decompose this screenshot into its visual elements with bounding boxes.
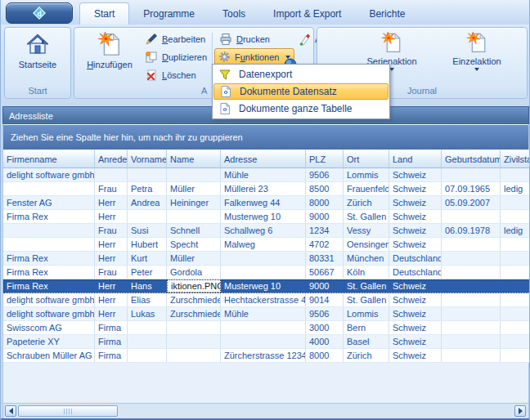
table-row[interactable]: delight software gmbhHerrEliasZurschmied… <box>3 293 530 307</box>
table-cell[interactable] <box>442 266 501 279</box>
table-cell[interactable] <box>167 210 221 223</box>
menu-item-dokumente-ganze-tabelle[interactable]: Dokumente ganze Tabelle <box>213 100 389 118</box>
drucken-button[interactable]: Drucken <box>216 31 273 47</box>
table-cell[interactable] <box>501 252 530 265</box>
table-cell[interactable]: 9000 <box>306 210 344 223</box>
einzelaktion-button[interactable]: Einzelaktion <box>442 30 512 71</box>
table-row[interactable]: HerrHubertSpechtMalweg4702OensingenSchwe… <box>3 238 530 252</box>
table-cell[interactable]: St. Gallen <box>344 279 389 293</box>
table-cell[interactable]: Bern <box>344 321 389 334</box>
column-header-firmenname[interactable]: Firmenname <box>3 150 95 168</box>
table-cell[interactable]: iktionen.PNG <box>167 279 221 293</box>
table-cell[interactable] <box>221 335 306 348</box>
table-cell[interactable]: 1234 <box>306 224 344 237</box>
table-cell[interactable]: Schweiz <box>389 279 442 293</box>
table-cell[interactable]: Gordola <box>167 266 221 279</box>
duplizieren-button[interactable]: Duplizieren <box>141 49 210 65</box>
table-cell[interactable] <box>442 307 501 320</box>
table-cell[interactable]: Specht <box>167 238 221 251</box>
table-cell[interactable] <box>501 335 530 348</box>
table-cell[interactable]: Firma Rex <box>3 252 95 265</box>
table-cell[interactable]: ledig <box>501 224 530 237</box>
table-row[interactable]: Firma RexHerrHansiktionen.PNGMusterweg 1… <box>3 279 530 293</box>
table-cell[interactable] <box>501 266 530 279</box>
table-row[interactable]: FrauPetraMüllerMüllerei 238500Frauenfeld… <box>3 182 530 196</box>
table-cell[interactable]: Schweiz <box>389 182 442 195</box>
table-cell[interactable]: Swisscom AG <box>3 321 95 334</box>
table-cell[interactable]: 07.09.1965 <box>442 182 501 195</box>
table-cell[interactable]: 8000 <box>306 349 344 362</box>
table-cell[interactable] <box>128 321 167 334</box>
table-row[interactable]: Fenster AGHerrAndreaHeiningerFalkenweg 4… <box>3 196 530 210</box>
funktionen-button[interactable]: Funktionen <box>214 48 294 65</box>
table-cell[interactable]: St. Gallen <box>344 210 389 223</box>
application-menu-button[interactable]: d <box>6 2 73 24</box>
table-cell[interactable] <box>501 196 530 209</box>
table-cell[interactable]: Malweg <box>221 238 306 251</box>
table-cell[interactable]: 4702 <box>306 238 344 251</box>
table-cell[interactable]: Schweiz <box>389 210 442 223</box>
table-cell[interactable] <box>501 293 530 306</box>
table-cell[interactable]: 8000 <box>306 196 344 209</box>
table-cell[interactable]: Schweiz <box>389 293 442 306</box>
table-cell[interactable]: Schweiz <box>389 307 442 320</box>
table-cell[interactable]: Lommis <box>344 307 389 320</box>
table-cell[interactable] <box>442 238 501 251</box>
table-cell[interactable] <box>167 168 221 181</box>
table-cell[interactable]: Firma <box>95 349 128 362</box>
table-cell[interactable]: Oensingen <box>344 238 389 251</box>
table-cell[interactable]: 80331 <box>306 252 344 265</box>
menu-item-datenexport[interactable]: Datenexport <box>213 65 389 83</box>
table-cell[interactable]: Hans <box>128 279 167 293</box>
tab-tools[interactable]: Tools <box>209 4 259 25</box>
table-cell[interactable]: Firma Rex <box>3 279 95 293</box>
table-cell[interactable] <box>442 321 501 334</box>
table-row[interactable]: Firma RexHerrKurtMüller80331MünchenDeuts… <box>3 252 530 266</box>
table-cell[interactable]: 06.09.1978 <box>442 224 501 237</box>
table-cell[interactable]: Schweiz <box>389 196 442 209</box>
table-cell[interactable]: Frau <box>95 266 128 279</box>
table-cell[interactable]: Lommis <box>344 168 389 181</box>
column-header-zivilsta[interactable]: Zivilsta <box>501 150 530 168</box>
table-cell[interactable] <box>128 349 167 362</box>
table-cell[interactable]: delight software gmbh <box>3 293 95 306</box>
table-cell[interactable] <box>3 182 95 195</box>
table-cell[interactable]: Hubert <box>128 238 167 251</box>
table-cell[interactable]: Herr <box>95 238 128 251</box>
table-cell[interactable]: Frau <box>95 182 128 195</box>
table-cell[interactable]: Fenster AG <box>3 196 95 209</box>
table-cell[interactable]: Susi <box>128 224 167 237</box>
tab-berichte[interactable]: Berichte <box>355 4 419 25</box>
horizontal-scrollbar[interactable] <box>3 403 528 418</box>
column-header-geburtsdatum[interactable]: Geburtsdatum <box>442 150 501 168</box>
table-cell[interactable]: Schweiz <box>389 224 442 237</box>
table-cell[interactable]: Frau <box>95 224 128 237</box>
column-header-name[interactable]: Name <box>167 150 221 168</box>
table-cell[interactable]: 8500 <box>306 182 344 195</box>
table-cell[interactable]: Falkenweg 44 <box>221 196 306 209</box>
table-cell[interactable] <box>442 168 501 181</box>
table-cell[interactable]: Herr <box>95 210 128 223</box>
table-cell[interactable]: Lukas <box>128 307 167 320</box>
table-cell[interactable]: Firma Rex <box>3 266 95 279</box>
table-cell[interactable]: Zurschmiede <box>167 293 221 306</box>
table-cell[interactable]: Müller <box>167 252 221 265</box>
tab-import-export[interactable]: Import & Export <box>259 4 355 25</box>
table-cell[interactable]: Kurt <box>128 252 167 265</box>
table-cell[interactable]: ledig <box>501 182 530 195</box>
table-cell[interactable] <box>442 349 501 362</box>
column-header-vorname[interactable]: Vorname <box>128 150 167 168</box>
startseite-button[interactable]: Startseite <box>9 30 66 69</box>
table-cell[interactable] <box>501 279 530 293</box>
table-cell[interactable]: Deutschland <box>389 252 442 265</box>
column-header-land[interactable]: Land <box>389 150 442 168</box>
table-cell[interactable]: 05.09.2007 <box>442 196 501 209</box>
table-cell[interactable]: Heininger <box>167 196 221 209</box>
table-cell[interactable] <box>167 349 221 362</box>
table-cell[interactable]: Deutschland <box>389 266 442 279</box>
table-cell[interactable]: Herr <box>95 252 128 265</box>
table-cell[interactable]: Schweiz <box>389 335 442 348</box>
table-cell[interactable]: Firma Rex <box>3 210 95 223</box>
table-cell[interactable]: Zürich <box>344 196 389 209</box>
table-cell[interactable]: Schallweg 6 <box>221 224 306 237</box>
